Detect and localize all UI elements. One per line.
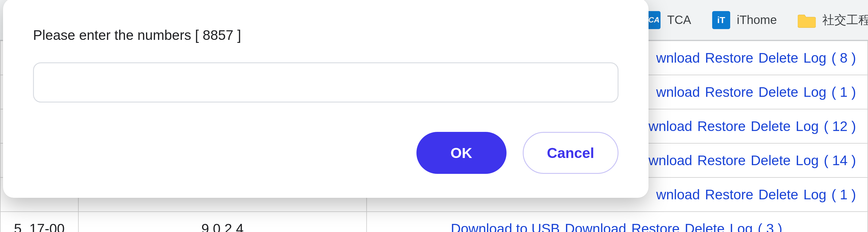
ithome-icon: iT [712,11,730,29]
bookmark-folder-social[interactable]: 社交工程 [798,11,868,29]
folder-icon [798,11,816,29]
log-count: ( 14 ) [824,153,856,168]
download-link[interactable]: Download [565,221,626,232]
restore-link[interactable]: Restore [697,118,745,134]
log-link[interactable]: Log [796,118,819,134]
delete-link[interactable]: Delete [685,221,725,232]
restore-link[interactable]: Restore [705,187,753,202]
download-link[interactable]: wnload [649,153,692,168]
log-link[interactable]: Log [730,221,753,232]
number-input[interactable] [33,62,619,103]
cell-version: 9.0.2.4 [79,211,367,232]
restore-link[interactable]: Restore [697,153,745,168]
cell-actions: Download to USB Download Restore Delete … [367,211,868,232]
table-row: 5_17-009.0.2.4Download to USB Download R… [0,211,868,232]
restore-link[interactable]: Restore [705,84,753,100]
confirm-dialog: Please enter the numbers [ 8857 ] OK Can… [3,0,649,198]
download-link[interactable]: wnload [656,187,700,202]
log-count: ( 3 ) [758,221,782,232]
dialog-prompt: Please enter the numbers [ 8857 ] [33,27,619,43]
bookmark-label: TCA [667,13,691,27]
delete-link[interactable]: Delete [758,84,798,100]
bookmark-tca[interactable]: TCA TCA [643,11,691,29]
ok-button[interactable]: OK [416,132,506,174]
dialog-button-row: OK Cancel [33,132,619,174]
log-count: ( 8 ) [831,50,856,66]
download-link[interactable]: wnload [656,84,700,100]
log-count: ( 12 ) [824,118,856,134]
download-link[interactable]: wnload [649,118,692,134]
log-count: ( 1 ) [831,187,856,202]
bookmark-ithome[interactable]: iT iThome [712,11,777,29]
log-link[interactable]: Log [803,50,827,66]
bookmark-label: 社交工程 [823,12,868,28]
restore-link[interactable]: Restore [631,221,680,232]
delete-link[interactable]: Delete [758,50,798,66]
log-count: ( 1 ) [831,84,856,100]
delete-link[interactable]: Delete [751,153,790,168]
download-link[interactable]: wnload [656,50,700,66]
cell-timestamp: 5_17-00 [0,211,79,232]
log-link[interactable]: Log [796,153,819,168]
restore-link[interactable]: Restore [705,50,753,66]
bookmark-label: iThome [737,13,777,27]
log-link[interactable]: Log [803,84,827,100]
download-usb-link[interactable]: Download to USB [451,221,563,232]
log-link[interactable]: Log [803,187,827,202]
delete-link[interactable]: Delete [751,118,790,134]
cancel-button[interactable]: Cancel [523,132,619,174]
delete-link[interactable]: Delete [758,187,798,202]
